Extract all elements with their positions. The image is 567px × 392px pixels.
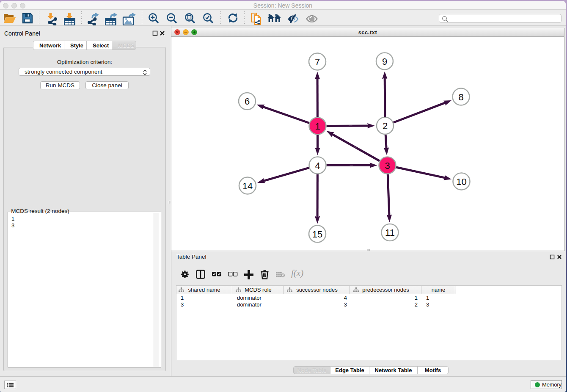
svg-text:10: 10 [456,177,466,187]
svg-text:11: 11 [385,227,395,238]
svg-text:2: 2 [383,121,388,131]
svg-text:15: 15 [312,229,322,240]
svg-text:1: 1 [315,121,320,132]
svg-text:4: 4 [315,160,320,171]
svg-text:9: 9 [382,56,387,67]
svg-text:7: 7 [315,57,320,67]
svg-text:3: 3 [385,160,390,171]
svg-text:6: 6 [245,96,250,107]
svg-text:14: 14 [242,181,253,191]
svg-text:8: 8 [458,92,463,102]
